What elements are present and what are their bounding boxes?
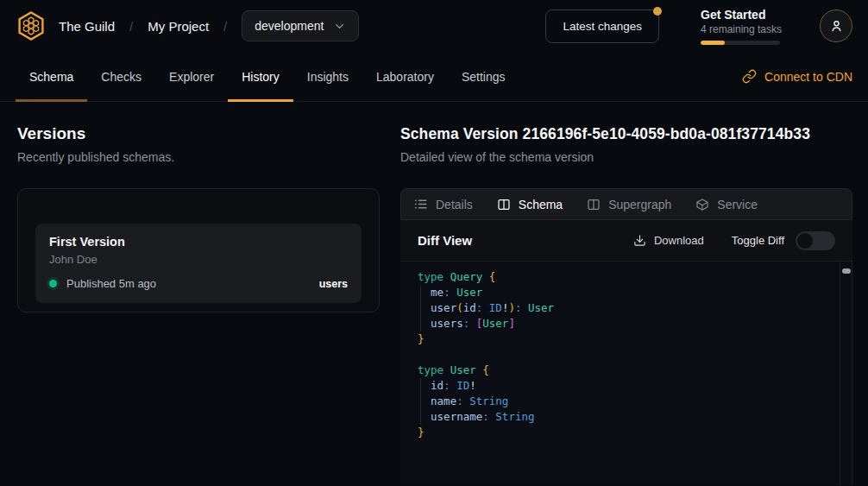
nav-tab-insights[interactable]: Insights [293,52,362,101]
breadcrumb-org[interactable]: The Guild [59,19,115,34]
version-list: First VersionJohn DoePublished 5m agouse… [35,224,362,303]
version-meta-row: Published 5m agousers [49,277,348,290]
panel-tab-details[interactable]: Details [413,197,473,211]
box-icon [695,198,709,211]
breadcrumb-separator: / [129,19,133,34]
version-author: John Doe [49,253,348,266]
columns-icon [497,198,511,211]
panel-tab-label: Service [717,198,758,211]
code-line: name: String [418,394,822,409]
download-label: Download [654,234,704,247]
code-line: me: User [418,285,822,300]
diff-view-title: Diff View [418,233,472,248]
toggle-diff-control: Toggle Diff [732,231,835,250]
diff-view-header: Diff View Download Toggle Diff [400,220,852,261]
latest-changes-label: Latest changes [563,20,642,33]
hive-logo-icon[interactable] [16,10,47,41]
get-started-title: Get Started [701,8,780,22]
get-started-subtitle: 4 remaining tasks [701,23,780,35]
diff-actions: Download Toggle Diff [633,231,835,250]
panel-tab-service[interactable]: Service [695,198,758,211]
chevron-down-icon [333,20,346,33]
panel-tab-label: Schema [519,198,563,211]
code-line: id: ID! [418,378,822,394]
schema-version-column: Schema Version 2166196f-5e10-4059-bd0a-0… [400,102,852,485]
code-line: } [418,331,822,347]
versions-card: First VersionJohn DoePublished 5m agouse… [17,188,380,312]
notification-dot [653,7,662,16]
primary-nav: SchemaChecksExplorerHistoryInsightsLabor… [0,52,868,102]
download-icon [633,234,646,247]
panel-tabs: DetailsSchemaSupergraphService [400,188,852,220]
schema-code-viewer: type Query { me: User user(id: ID!): Use… [400,261,852,485]
nav-tab-laboratory[interactable]: Laboratory [362,52,448,101]
nav-tab-checks[interactable]: Checks [87,52,155,101]
versions-subtitle: Recently published schemas. [17,150,380,165]
nav-tabs: SchemaChecksExplorerHistoryInsightsLabor… [16,52,519,101]
target-selector-dropdown[interactable]: development [242,10,359,41]
download-button[interactable]: Download [633,234,704,247]
columns-icon [587,198,601,211]
breadcrumb: The Guild / My Project / [59,19,227,34]
header-right: Latest changes Get Started 4 remaining t… [545,8,852,45]
code-scrollbar-track[interactable] [840,262,852,485]
schema-version-title: Schema Version 2166196f-5e10-4059-bd0a-0… [400,124,852,143]
code-line: username: String [418,409,822,425]
code-line: type User { [418,363,822,378]
version-status: Published 5m ago [66,277,156,290]
connect-to-cdn-link[interactable]: Connect to CDN [742,52,852,101]
top-header: The Guild / My Project / development Lat… [0,0,868,52]
target-selector-value: development [255,19,324,33]
get-started-widget[interactable]: Get Started 4 remaining tasks [701,8,780,45]
code-line: user(id: ID!): User [418,300,822,316]
user-avatar-button[interactable] [820,9,852,42]
main-content: Versions Recently published schemas. Fir… [0,102,868,485]
service-badge: users [319,278,348,290]
breadcrumb-project[interactable]: My Project [148,19,209,34]
app-window: The Guild / My Project / development Lat… [0,0,868,486]
breadcrumb-separator: / [223,19,227,34]
toggle-knob [797,233,813,249]
published-status-dot [49,280,57,287]
code-line: users: [User] [418,316,822,331]
code-scrollbar-thumb[interactable] [842,268,851,274]
list-icon [413,197,428,211]
get-started-progressbar [701,41,780,45]
nav-tab-schema[interactable]: Schema [16,52,87,101]
versions-title: Versions [17,124,380,143]
code-line [418,347,822,363]
get-started-progress-fill [701,41,725,45]
code-line: type Query { [418,269,822,285]
schema-version-subtitle: Detailed view of the schema version [400,150,852,165]
latest-changes-button[interactable]: Latest changes [545,9,659,43]
code-lines: type Query { me: User user(id: ID!): Use… [418,269,822,440]
version-name: First Version [49,235,348,249]
connect-to-cdn-label: Connect to CDN [764,70,852,84]
panel-tab-schema[interactable]: Schema [497,198,563,211]
person-icon [828,18,845,35]
code-line: } [418,425,822,440]
toggle-diff-switch[interactable] [796,231,835,250]
panel-tab-label: Details [436,198,473,211]
link-icon [742,69,757,84]
nav-tab-history[interactable]: History [228,52,293,101]
versions-column: Versions Recently published schemas. Fir… [17,102,380,485]
panel-tab-supergraph[interactable]: Supergraph [587,198,671,211]
panel-tab-label: Supergraph [608,198,671,211]
toggle-diff-label: Toggle Diff [732,234,784,247]
schema-version-panel: DetailsSchemaSupergraphService Diff View… [400,188,852,485]
version-card[interactable]: First VersionJohn DoePublished 5m agouse… [35,224,362,303]
nav-tab-explorer[interactable]: Explorer [155,52,228,101]
nav-tab-settings[interactable]: Settings [448,52,519,101]
